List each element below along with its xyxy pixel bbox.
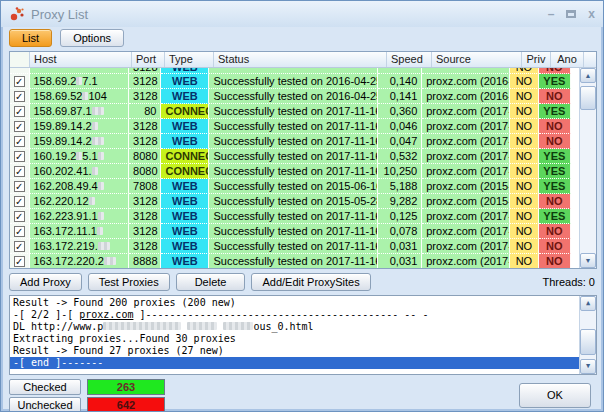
host-cell: 159.89.14.2 — [30, 119, 130, 134]
proxy-row[interactable]: ✓163.172.220.28888WEBSuccessfully tested… — [10, 254, 579, 268]
censored-text — [97, 227, 103, 235]
unchecked-button[interactable]: Unchecked — [9, 397, 81, 412]
source-cell: proxz.com (2015-06... — [422, 179, 510, 194]
proxy-row[interactable]: ✓160.19.25.18080CONNECTSuccessfully test… — [10, 149, 579, 164]
log-line[interactable]: DL http://www.p ous_0.html — [10, 321, 579, 333]
delete-button[interactable]: Delete — [176, 273, 246, 291]
row-checkbox[interactable]: ✓ — [14, 76, 25, 87]
check-cell[interactable]: ✓ — [10, 209, 30, 224]
log-line[interactable]: Extracting proxies...Found 30 proxies — [10, 333, 579, 345]
ok-button[interactable]: OK — [519, 383, 591, 408]
proxy-row[interactable]: ✓163.172.11.13128WEBSuccessfully tested … — [10, 224, 579, 239]
header-status[interactable]: Status — [214, 52, 387, 67]
scroll-down-icon[interactable]: ▼ — [580, 253, 596, 268]
header-priv[interactable]: Priv — [522, 52, 551, 67]
row-checkbox[interactable]: ✓ — [14, 166, 25, 177]
row-checkbox[interactable]: ✓ — [14, 226, 25, 237]
check-cell[interactable]: ✓ — [10, 119, 30, 134]
header-speed[interactable]: Speed — [387, 52, 432, 67]
proxy-row[interactable]: ✓158.69.87.180CONNECTSuccessfully tested… — [10, 104, 579, 119]
header-check[interactable] — [10, 52, 30, 67]
row-checkbox[interactable]: ✓ — [14, 181, 25, 192]
add-edit-proxysites-button[interactable]: Add/Edit ProxySites — [251, 273, 370, 291]
check-cell[interactable]: ✓ — [10, 194, 30, 209]
port-cell: 3128 — [129, 209, 161, 224]
proxy-row[interactable]: ✓162.208.49.47808WEBSuccessfully tested … — [10, 179, 579, 194]
row-checkbox[interactable]: ✓ — [14, 106, 25, 117]
type-cell: WEB — [161, 89, 209, 104]
type-cell: WEB — [161, 74, 209, 89]
type-cell: WEB — [161, 194, 209, 209]
maximize-button[interactable] — [566, 8, 576, 20]
source-cell: proxz.com (2016-04... — [422, 89, 510, 104]
tab-list[interactable]: List — [9, 29, 52, 47]
header-ano[interactable]: Ano — [551, 52, 584, 67]
test-proxies-button[interactable]: Test Proxies — [88, 273, 170, 291]
log-scroll-thumb[interactable] — [580, 329, 596, 355]
censored-text — [92, 137, 104, 145]
table-scroll-track[interactable] — [580, 110, 596, 253]
proxy-row[interactable]: ✓159.89.14.23128WEBSuccessfully tested o… — [10, 134, 579, 149]
priv-cell: NO — [510, 134, 538, 149]
log-line-selected[interactable]: -[ end ]------- — [10, 357, 579, 369]
minimize-button[interactable]: – — [548, 8, 555, 20]
proxy-row[interactable]: ✓160.202.41.8080CONNECTSuccessfully test… — [10, 164, 579, 179]
row-checkbox[interactable]: ✓ — [14, 91, 25, 102]
log-line[interactable]: Result -> Found 200 proxies (200 new) — [10, 297, 579, 309]
checked-button[interactable]: Checked — [9, 379, 81, 395]
check-cell[interactable]: ✓ — [10, 224, 30, 239]
row-checkbox[interactable]: ✓ — [14, 211, 25, 222]
check-cell[interactable]: ✓ — [10, 74, 30, 89]
proxy-row[interactable]: ✓162.223.91.13128WEBSuccessfully tested … — [10, 209, 579, 224]
check-cell[interactable]: ✓ — [10, 149, 30, 164]
check-cell[interactable]: ✓ — [10, 254, 30, 268]
log-text: Extracting proxies...Found 30 proxies — [13, 333, 236, 344]
log-line[interactable]: -[ 2/2 ]-[ proxz.com ]------------------… — [10, 309, 579, 321]
source-cell: proxz.com (2017-11... — [422, 239, 510, 254]
censored-text — [76, 152, 82, 160]
speed-cell: 0,046 — [378, 119, 422, 134]
log-scroll-track[interactable] — [580, 311, 596, 329]
speed-cell: 0,360 — [378, 104, 422, 119]
proxy-row[interactable]: ✓163.172.219.3128WEBSuccessfully tested … — [10, 239, 579, 254]
row-checkbox[interactable]: ✓ — [14, 241, 25, 252]
speed-cell: 0,141 — [378, 89, 422, 104]
check-cell[interactable]: ✓ — [10, 89, 30, 104]
log-vscrollbar[interactable]: ▲ ▼ — [579, 296, 596, 374]
log-line[interactable]: Result -> Found 27 proxies (27 new) — [10, 345, 579, 357]
proxy-row[interactable]: ✓159.89.14.23128WEBSuccessfully tested o… — [10, 119, 579, 134]
row-checkbox[interactable]: ✓ — [14, 196, 25, 207]
type-cell: WEB — [161, 239, 209, 254]
row-checkbox[interactable]: ✓ — [14, 151, 25, 162]
scroll-up-icon[interactable]: ▲ — [580, 68, 596, 83]
close-button[interactable]: x — [588, 8, 595, 20]
check-cell[interactable]: ✓ — [10, 179, 30, 194]
row-checkbox[interactable]: ✓ — [14, 121, 25, 132]
ano-cell: NO — [539, 239, 571, 254]
table-scroll-thumb[interactable] — [580, 86, 596, 110]
port-cell: 3128 — [129, 119, 161, 134]
host-cell: 159.89.14.2 — [30, 134, 130, 149]
censored-text — [223, 322, 253, 330]
type-cell: CONNECT — [161, 149, 209, 164]
proxy-row[interactable]: ✓162.220.123128WEBSuccessfully tested on… — [10, 194, 579, 209]
add-proxy-button[interactable]: Add Proxy — [9, 273, 82, 291]
log-scroll-up-icon[interactable]: ▲ — [580, 296, 596, 311]
check-cell[interactable]: ✓ — [10, 239, 30, 254]
status-cell: Successfully tested on 2017-11-16 04:... — [209, 119, 378, 134]
table-vscrollbar[interactable]: ▲ ▼ — [579, 68, 596, 268]
proxy-row[interactable]: ✓158.69.521043128WEBSuccessfully tested … — [10, 89, 579, 104]
row-checkbox[interactable]: ✓ — [14, 136, 25, 147]
log-scroll-down-icon[interactable]: ▼ — [580, 359, 596, 374]
check-cell[interactable]: ✓ — [10, 164, 30, 179]
row-checkbox[interactable]: ✓ — [14, 256, 25, 267]
header-host[interactable]: Host — [30, 52, 132, 67]
header-port[interactable]: Port — [132, 52, 165, 67]
check-cell[interactable]: ✓ — [10, 134, 30, 149]
header-type[interactable]: Type — [165, 52, 214, 67]
proxy-row[interactable]: ✓158.69.27.13128WEBSuccessfully tested o… — [10, 74, 579, 89]
check-cell[interactable]: ✓ — [10, 104, 30, 119]
censored-text — [76, 77, 82, 85]
tab-options[interactable]: Options — [60, 29, 124, 47]
header-source[interactable]: Source — [432, 52, 522, 67]
